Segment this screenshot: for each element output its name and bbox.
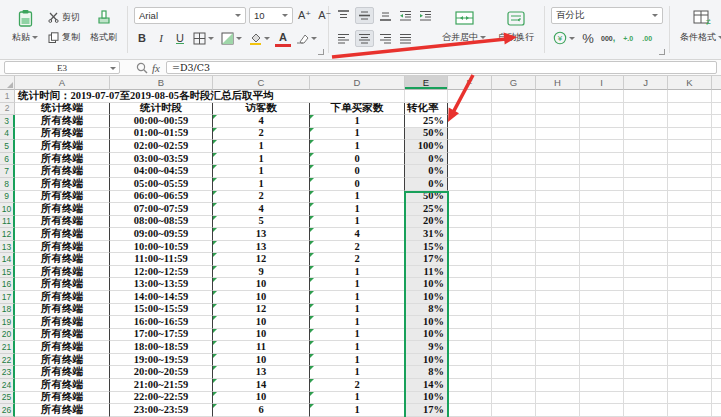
comma-style-button[interactable]: 000, — [599, 30, 617, 47]
cell-C15[interactable]: 9 — [213, 266, 310, 279]
cell-empty[interactable] — [624, 379, 668, 392]
cell-empty[interactable] — [492, 316, 536, 329]
cell-D11[interactable]: 1 — [310, 216, 405, 229]
row-header-26[interactable]: 26 — [0, 404, 15, 417]
cell-B24[interactable]: 21:00~21:59 — [110, 379, 213, 392]
increase-decimal-button[interactable]: +.0 — [620, 30, 636, 47]
row-header-17[interactable]: 17 — [0, 291, 15, 304]
cell-empty[interactable] — [536, 354, 580, 367]
cell-empty[interactable] — [492, 90, 536, 103]
row-header-2[interactable]: 2 — [0, 103, 15, 116]
cell-E23[interactable]: 8% — [405, 366, 448, 379]
cell-E13[interactable]: 15% — [405, 241, 448, 254]
cell-A10[interactable]: 所有终端 — [15, 203, 110, 216]
cell-B16[interactable]: 13:00~13:59 — [110, 278, 213, 291]
cell-empty[interactable] — [712, 392, 721, 405]
cell-B4[interactable]: 01:00~01:59 — [110, 128, 213, 141]
cell-A9[interactable]: 所有终端 — [15, 191, 110, 204]
cell-empty[interactable] — [712, 178, 721, 191]
cell-empty[interactable] — [624, 253, 668, 266]
cell-empty[interactable] — [712, 404, 721, 417]
cell-empty[interactable] — [668, 404, 712, 417]
cell-empty[interactable] — [580, 90, 624, 103]
number-dialog-launcher-icon[interactable] — [659, 49, 665, 55]
cell-empty[interactable] — [536, 253, 580, 266]
select-all-corner[interactable] — [0, 76, 15, 90]
cell-empty[interactable] — [492, 153, 536, 166]
cell-empty[interactable] — [492, 128, 536, 141]
cell-empty[interactable] — [448, 404, 492, 417]
row-header-24[interactable]: 24 — [0, 379, 15, 392]
cell-B20[interactable]: 17:00~17:59 — [110, 329, 213, 342]
cell-empty[interactable] — [536, 316, 580, 329]
shading-button[interactable] — [219, 30, 244, 47]
cell-C20[interactable]: 10 — [213, 329, 310, 342]
cell-empty[interactable] — [624, 392, 668, 405]
cell-empty[interactable] — [536, 90, 580, 103]
cell-C12[interactable]: 13 — [213, 228, 310, 241]
italic-button[interactable]: I — [153, 30, 169, 47]
cell-D17[interactable]: 1 — [310, 291, 405, 304]
cell-empty[interactable] — [448, 316, 492, 329]
cell-empty[interactable] — [580, 366, 624, 379]
align-right-button[interactable] — [377, 30, 394, 47]
cell-empty[interactable] — [492, 178, 536, 191]
cell-C21[interactable]: 11 — [213, 341, 310, 354]
row-header-10[interactable]: 10 — [0, 203, 15, 216]
cell-empty[interactable] — [448, 103, 492, 116]
cell-E22[interactable]: 10% — [405, 354, 448, 367]
cell-empty[interactable] — [580, 128, 624, 141]
cell-D3[interactable]: 1 — [310, 115, 405, 128]
cell-empty[interactable] — [668, 291, 712, 304]
cell-empty[interactable] — [492, 341, 536, 354]
cell-C26[interactable]: 6 — [213, 404, 310, 417]
conditional-format-button[interactable]: ≠ 条件格式 — [676, 5, 721, 47]
cell-empty[interactable] — [536, 191, 580, 204]
cell-empty[interactable] — [536, 216, 580, 229]
cell-empty[interactable] — [580, 304, 624, 317]
cell-B17[interactable]: 14:00~14:59 — [110, 291, 213, 304]
row-header-5[interactable]: 5 — [0, 140, 15, 153]
align-left-button[interactable] — [335, 30, 352, 47]
cell-empty[interactable] — [448, 165, 492, 178]
cell-B5[interactable]: 02:00~02:59 — [110, 140, 213, 153]
cell-empty[interactable] — [580, 291, 624, 304]
cell-empty[interactable] — [492, 216, 536, 229]
cell-C13[interactable]: 13 — [213, 241, 310, 254]
cell-empty[interactable] — [448, 115, 492, 128]
cell-D2-header[interactable]: 下单买家数 — [310, 103, 405, 116]
cell-empty[interactable] — [668, 253, 712, 266]
format-painter-button[interactable]: 格式刷 — [86, 5, 121, 47]
cell-empty[interactable] — [668, 366, 712, 379]
font-dialog-launcher-icon[interactable] — [318, 49, 324, 55]
cell-empty[interactable] — [668, 241, 712, 254]
cell-B10[interactable]: 07:00~07:59 — [110, 203, 213, 216]
bold-button[interactable]: B — [134, 30, 150, 47]
row-header-23[interactable]: 23 — [0, 366, 15, 379]
wrap-text-button[interactable]: 自动换行 — [494, 5, 538, 47]
cell-empty[interactable] — [668, 140, 712, 153]
cell-empty[interactable] — [624, 316, 668, 329]
cell-E7[interactable]: 0% — [405, 165, 448, 178]
cell-empty[interactable] — [536, 304, 580, 317]
cell-E2-header[interactable]: 转化率 — [405, 103, 448, 116]
cell-empty[interactable] — [492, 253, 536, 266]
cell-A17[interactable]: 所有终端 — [15, 291, 110, 304]
cell-B12[interactable]: 09:00~09:59 — [110, 228, 213, 241]
cell-E18[interactable]: 8% — [405, 304, 448, 317]
cell-B11[interactable]: 08:00~08:59 — [110, 216, 213, 229]
cell-B6[interactable]: 03:00~03:59 — [110, 153, 213, 166]
cell-empty[interactable] — [492, 291, 536, 304]
cell-empty[interactable] — [580, 140, 624, 153]
row-header-20[interactable]: 20 — [0, 329, 15, 342]
cell-empty[interactable] — [448, 203, 492, 216]
font-color-button[interactable]: A — [275, 30, 291, 47]
cell-E20[interactable]: 10% — [405, 329, 448, 342]
cell-empty[interactable] — [448, 341, 492, 354]
insert-function-icon[interactable] — [136, 62, 148, 74]
cell-empty[interactable] — [624, 191, 668, 204]
cell-empty[interactable] — [712, 115, 721, 128]
cell-A18[interactable]: 所有终端 — [15, 304, 110, 317]
cell-empty[interactable] — [492, 266, 536, 279]
cell-D13[interactable]: 2 — [310, 241, 405, 254]
